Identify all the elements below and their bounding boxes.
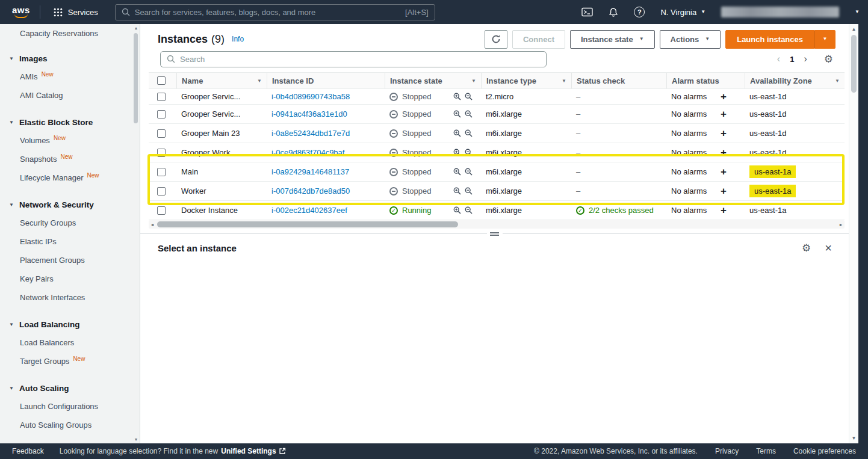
zoom-out-filter-icon[interactable] <box>465 149 473 156</box>
sidebar-item-lifecycle-manager[interactable]: Lifecycle Manager New <box>0 168 140 187</box>
sidebar-item-elastic-ips[interactable]: Elastic IPs <box>0 232 140 251</box>
zoom-in-filter-icon[interactable] <box>453 187 461 195</box>
services-menu[interactable]: Services <box>46 0 105 24</box>
account-menu-redacted[interactable] <box>721 7 839 17</box>
table-row[interactable]: Main i-0a92429a146481137 Stopped m6i.xla… <box>149 162 845 182</box>
row-checkbox[interactable] <box>157 93 166 101</box>
account-chevron-down-icon[interactable]: ▼ <box>855 10 860 14</box>
filter-caret-icon[interactable]: ▼ <box>467 78 476 84</box>
help-icon[interactable]: ? <box>634 7 645 17</box>
scroll-up-icon[interactable]: ▲ <box>849 26 858 32</box>
add-alarm-button[interactable]: + <box>721 109 727 119</box>
filter-caret-icon[interactable]: ▼ <box>252 78 262 84</box>
instances-filter-input[interactable] <box>180 55 540 64</box>
sidebar-section-network-security[interactable]: ▼ Network & Security <box>0 196 140 214</box>
cookie-preferences-link[interactable]: Cookie preferences <box>793 447 856 455</box>
launch-instances-menu-button[interactable]: ▼ <box>814 30 835 49</box>
global-search[interactable]: [Alt+S] <box>115 4 435 20</box>
table-settings-gear-icon[interactable]: ⚙ <box>824 54 833 64</box>
scroll-down-icon[interactable]: ▼ <box>849 436 858 441</box>
instance-id-link[interactable]: i-002ec21d402637eef <box>271 206 347 215</box>
zoom-out-filter-icon[interactable] <box>465 206 473 214</box>
add-alarm-button[interactable]: + <box>721 91 727 102</box>
add-alarm-button[interactable]: + <box>721 205 727 215</box>
aws-logo[interactable]: aws <box>12 6 30 18</box>
column-header-availability-zone[interactable]: Availability Zone ▼ <box>745 73 845 88</box>
row-checkbox[interactable] <box>157 168 166 176</box>
sidebar-item-snapshots[interactable]: Snapshots New <box>0 150 140 168</box>
region-selector[interactable]: N. Virginia ▼ <box>660 8 705 17</box>
sidebar-item-launch-configurations[interactable]: Launch Configurations <box>0 397 140 416</box>
unified-settings-link[interactable]: Unified Settings <box>221 447 285 455</box>
sidebar-section-images[interactable]: ▼ Images <box>0 49 140 67</box>
info-link[interactable]: Info <box>232 35 244 43</box>
next-page-icon[interactable]: › <box>804 54 807 64</box>
filter-caret-icon[interactable]: ▼ <box>557 78 566 84</box>
sidebar-item-security-groups[interactable]: Security Groups <box>0 214 140 232</box>
current-page[interactable]: 1 <box>790 55 794 64</box>
instance-id-link[interactable]: i-0a8e52434dbd17e7d <box>271 129 350 138</box>
sidebar-item-placement-groups[interactable]: Placement Groups <box>0 251 140 270</box>
table-row[interactable]: Grooper Servic... i-0b4d089690743ba58 St… <box>149 89 845 105</box>
column-header-instance-state[interactable]: Instance state ▼ <box>385 73 481 88</box>
scroll-right-icon[interactable]: ► <box>837 220 845 229</box>
add-alarm-button[interactable]: + <box>721 147 727 158</box>
zoom-out-filter-icon[interactable] <box>465 93 473 100</box>
zoom-in-filter-icon[interactable] <box>453 149 461 156</box>
panel-close-icon[interactable]: × <box>825 242 832 254</box>
feedback-link[interactable]: Feedback <box>12 447 44 455</box>
column-header-name[interactable]: Name ▼ <box>176 73 267 88</box>
zoom-in-filter-icon[interactable] <box>453 110 461 118</box>
table-row[interactable]: Grooper Work... i-0ce9d863f704c9baf Stop… <box>149 143 845 162</box>
instance-id-link[interactable]: i-007d642db7de8ad50 <box>271 186 350 196</box>
sidebar-section-auto-scaling[interactable]: ▼ Auto Scaling <box>0 379 140 397</box>
global-search-input[interactable] <box>135 8 400 17</box>
scroll-left-icon[interactable]: ◄ <box>149 220 156 229</box>
row-checkbox[interactable] <box>157 129 166 138</box>
launch-instances-button[interactable]: Launch instances <box>725 30 814 49</box>
instance-id-link[interactable]: i-0ce9d863f704c9baf <box>271 148 344 157</box>
add-alarm-button[interactable]: + <box>721 128 727 138</box>
sidebar-item-key-pairs[interactable]: Key Pairs <box>0 270 140 288</box>
actions-dropdown[interactable]: Actions ▼ <box>660 30 721 49</box>
zoom-out-filter-icon[interactable] <box>465 110 473 118</box>
sidebar-item-network-interfaces[interactable]: Network Interfaces <box>0 288 140 307</box>
sidebar-item-load-balancers[interactable]: Load Balancers <box>0 333 140 352</box>
sidebar-item-auto-scaling-groups[interactable]: Auto Scaling Groups <box>0 416 140 434</box>
sidebar-scrollbar-thumb[interactable] <box>134 33 138 123</box>
select-all-checkbox[interactable] <box>157 76 166 85</box>
instances-filter[interactable] <box>160 51 547 67</box>
zoom-in-filter-icon[interactable] <box>453 93 461 100</box>
row-checkbox[interactable] <box>157 187 166 196</box>
zoom-out-filter-icon[interactable] <box>465 129 473 137</box>
column-header-alarm-status[interactable]: Alarm status <box>666 73 745 88</box>
filter-caret-icon[interactable]: ▼ <box>830 78 840 84</box>
row-checkbox[interactable] <box>157 110 166 119</box>
split-panel-drag-handle[interactable] <box>487 230 503 237</box>
row-checkbox[interactable] <box>157 206 166 215</box>
sidebar-item-amis[interactable]: AMIs New <box>0 67 140 86</box>
zoom-in-filter-icon[interactable] <box>453 168 461 176</box>
zoom-out-filter-icon[interactable] <box>465 168 473 176</box>
instance-state-dropdown[interactable]: Instance state ▼ <box>570 30 655 49</box>
notifications-bell-icon[interactable] <box>609 7 618 17</box>
vertical-scrollbar-thumb[interactable] <box>851 35 857 93</box>
table-row[interactable]: Grooper Main 23 i-0a8e52434dbd17e7d Stop… <box>149 124 845 143</box>
sidebar-item-capacity-reservations[interactable]: Capacity Reservations <box>0 25 140 41</box>
instance-id-link[interactable]: i-0a92429a146481137 <box>271 167 349 176</box>
scroll-up-icon[interactable]: ▲ <box>133 26 139 30</box>
sidebar-section-elastic-block-store[interactable]: ▼ Elastic Block Store <box>0 113 140 131</box>
add-alarm-button[interactable]: + <box>721 167 727 177</box>
column-header-status-check[interactable]: Status check <box>571 73 666 88</box>
panel-settings-gear-icon[interactable]: ⚙ <box>802 243 811 253</box>
row-checkbox[interactable] <box>157 149 166 157</box>
terms-link[interactable]: Terms <box>756 447 776 455</box>
previous-page-icon[interactable]: ‹ <box>777 54 780 64</box>
connect-button[interactable]: Connect <box>512 30 565 49</box>
table-row[interactable]: Docker Instance i-002ec21d402637eef Runn… <box>149 201 845 220</box>
sidebar-section-load-balancing[interactable]: ▼ Load Balancing <box>0 315 140 333</box>
zoom-in-filter-icon[interactable] <box>453 206 461 214</box>
sidebar-item-target-groups[interactable]: Target Groups New <box>0 352 140 371</box>
column-header-instance-type[interactable]: Instance type ▼ <box>481 73 571 88</box>
table-row[interactable]: Worker i-007d642db7de8ad50 Stopped m6i.x… <box>149 182 845 201</box>
